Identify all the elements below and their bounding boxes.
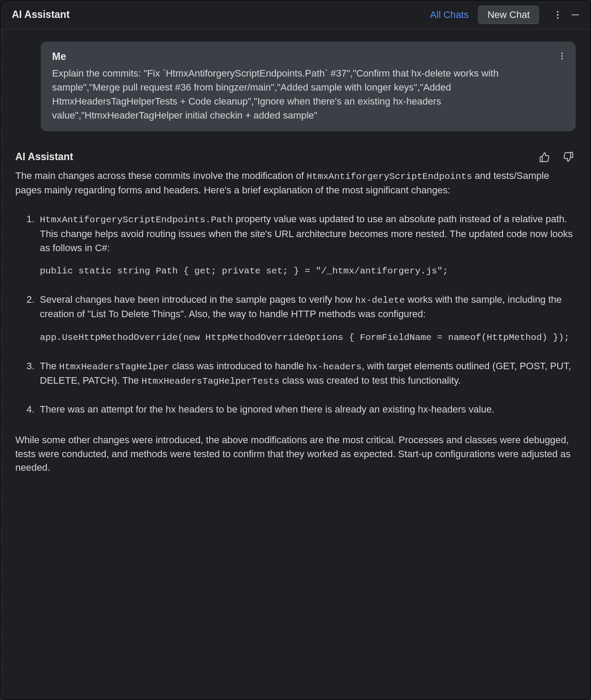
inline-code: hx-delete bbox=[355, 295, 405, 305]
svg-point-2 bbox=[557, 17, 559, 19]
assistant-sender-label: AI Assistant bbox=[15, 150, 535, 164]
header-bar: AI Assistant All Chats New Chat bbox=[0, 0, 591, 29]
item-text: class was created to test this functiona… bbox=[279, 375, 461, 386]
assistant-intro-pre: The main changes across these commits in… bbox=[15, 170, 306, 181]
message-menu-icon[interactable] bbox=[555, 49, 570, 63]
svg-point-5 bbox=[561, 55, 563, 57]
new-chat-button[interactable]: New Chat bbox=[478, 6, 539, 24]
thumbs-up-icon[interactable] bbox=[537, 150, 552, 164]
user-message: Me Explain the commits: "Fix `HtmxAntifo… bbox=[41, 42, 576, 131]
inline-code: HtmxHeadersTagHelperTests bbox=[141, 376, 279, 386]
user-message-text: Explain the commits: "Fix `HtmxAntiforge… bbox=[52, 66, 564, 122]
inline-code: HtmxHeadersTagHelper bbox=[59, 362, 169, 372]
inline-code: hx-headers bbox=[306, 362, 362, 372]
item-text: The bbox=[40, 360, 59, 371]
all-chats-link[interactable]: All Chats bbox=[430, 8, 468, 22]
panel-title: AI Assistant bbox=[12, 7, 430, 22]
editor-gutter bbox=[0, 29, 3, 700]
code-block: app.UseHttpMethodOverride(new HttpMethod… bbox=[40, 331, 576, 345]
user-sender-label: Me bbox=[52, 49, 564, 64]
code-block: public static string Path { get; private… bbox=[40, 264, 576, 279]
item-text: class was introduced to handle bbox=[169, 360, 306, 371]
chat-body: Me Explain the commits: "Fix `HtmxAntifo… bbox=[0, 29, 591, 700]
assistant-list-item: The HtmxHeadersTagHelper class was intro… bbox=[37, 359, 576, 388]
inline-code: HtmxAntiforgeryScriptEndpoints.Path bbox=[40, 215, 233, 225]
more-vertical-icon[interactable] bbox=[550, 7, 565, 22]
assistant-list-item: HtmxAntiforgeryScriptEndpoints.Path prop… bbox=[37, 212, 576, 279]
item-text: Several changes have been introduced in … bbox=[40, 294, 355, 305]
minimize-icon[interactable] bbox=[568, 7, 583, 22]
assistant-message: AI Assistant The main changes across the… bbox=[15, 150, 576, 475]
thumbs-down-icon[interactable] bbox=[561, 150, 576, 164]
svg-point-1 bbox=[557, 14, 559, 16]
assistant-list-item: There was an attempt for the hx headers … bbox=[37, 402, 576, 416]
item-text: There was an attempt for the hx headers … bbox=[40, 404, 494, 415]
assistant-closing: While some other changes were introduced… bbox=[15, 433, 576, 475]
svg-point-0 bbox=[557, 11, 559, 13]
svg-point-4 bbox=[561, 52, 563, 54]
svg-point-6 bbox=[561, 58, 563, 60]
assistant-intro-code: HtmxAntiforgeryScriptEndpoints bbox=[306, 172, 472, 182]
assistant-list-item: Several changes have been introduced in … bbox=[37, 293, 576, 345]
